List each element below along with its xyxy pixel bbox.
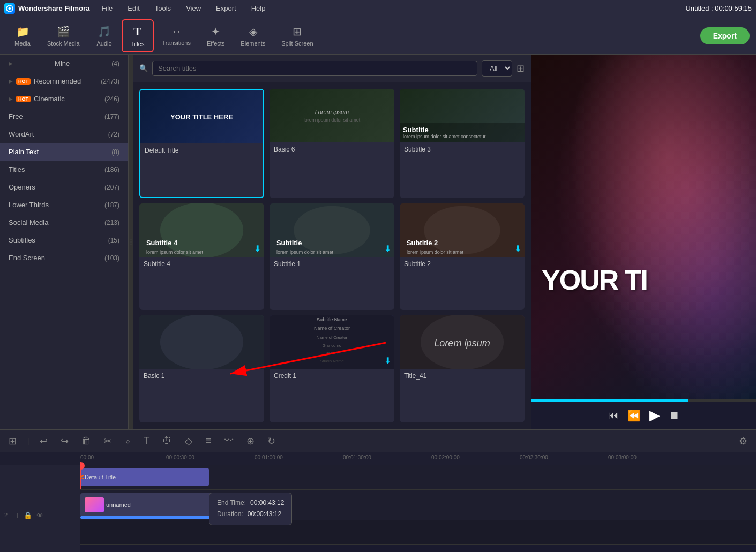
download-icon-s4: ⬇ (254, 244, 261, 254)
title-card-subtitle3[interactable]: Subtitle lorem ipsum dolor sit amet cons… (400, 89, 525, 198)
sidebar-cinematic-count: (246) (104, 95, 119, 103)
search-input[interactable] (152, 61, 477, 76)
ruler-mark-1m30s: 00:01:30:00 (343, 455, 371, 460)
menu-file[interactable]: File (98, 2, 116, 14)
track2-lock[interactable]: 🔒 (24, 511, 32, 519)
tl-rotate-icon[interactable]: ↻ (265, 433, 278, 449)
track1-area[interactable]: unnamed End Time: 00:00:43:12 Duration: … (80, 490, 756, 520)
track2-area[interactable]: ✂ Default Title (80, 465, 756, 489)
svg-text:lorem ipsum dolor sit amet: lorem ipsum dolor sit amet (407, 249, 464, 255)
subtitle2-label: Subtitle 2 (400, 257, 525, 271)
track2-num: 2 (4, 512, 11, 518)
subtitle3-text: Subtitle (403, 126, 521, 134)
audio-track-area[interactable] (80, 520, 756, 544)
menu-tools[interactable]: Tools (152, 2, 174, 14)
svg-text:Subtitle 4: Subtitle 4 (146, 239, 178, 247)
project-title: Untitled : 00:00:59:15 (685, 4, 752, 12)
menu-view[interactable]: View (183, 2, 204, 14)
center-panel: 🔍 All ⊞ YOUR TITLE HERE Default Title Lo… (133, 55, 531, 429)
sidebar-item-titles[interactable]: Titles (186) (0, 161, 128, 178)
tool-elements[interactable]: ◈ Elements (233, 21, 273, 51)
svg-text:Subtitle Name: Subtitle Name (317, 317, 347, 322)
svg-text:Giancomo: Giancomo (323, 343, 341, 348)
tl-wave-icon[interactable]: 〰 (222, 433, 236, 449)
sidebar-wordart-count: (72) (108, 131, 119, 138)
svg-text:Basset: Basset (326, 351, 339, 356)
tool-split-screen[interactable]: ⊞ Split Screen (274, 21, 320, 51)
track2-controls: 2 T 🔒 👁 (0, 465, 80, 552)
sidebar-openers-label: Openers (9, 183, 35, 191)
app-logo: Wondershare Filmora (4, 3, 89, 14)
tool-media[interactable]: 📁 Media (6, 21, 39, 51)
menu-export[interactable]: Export (213, 2, 239, 14)
sidebar-item-recommended[interactable]: ▶ HOT Recommended (2473) (0, 72, 128, 90)
tl-redo-icon[interactable]: ↪ (58, 433, 71, 449)
tl-snap-icon[interactable]: ⊕ (244, 433, 257, 449)
menu-edit[interactable]: Edit (124, 2, 143, 14)
sidebar-item-cinematic[interactable]: ▶ HOT Cinematic (246) (0, 90, 128, 108)
title-clip-label: Default Title (85, 474, 116, 480)
export-button[interactable]: Export (700, 27, 750, 44)
audio-track-row (80, 520, 756, 545)
sidebar-item-mine[interactable]: ▶ Mine (4) (0, 55, 128, 72)
sidebar-subtitles-count: (15) (108, 237, 119, 244)
timeline-tracks: 00:00 00:00:30:00 00:01:00:00 00:01:30:0… (80, 452, 756, 552)
tl-adjust-icon[interactable]: ≡ (203, 433, 213, 449)
sidebar-item-lowerthirds[interactable]: Lower Thirds (187) (0, 196, 128, 214)
title-card-credit1[interactable]: Subtitle Name Name of Creator Name of Cr… (270, 315, 394, 422)
sidebar-item-openers[interactable]: Openers (207) (0, 178, 128, 196)
tl-cut-icon[interactable]: ✂ (102, 433, 114, 449)
menu-bar: Wondershare Filmora File Edit Tools View… (0, 0, 756, 17)
title-card-subtitle4[interactable]: Subtitle 4 lorem ipsum dolor sit amet ⬇ … (139, 203, 264, 311)
sidebar-free-count: (177) (104, 113, 119, 120)
tool-audio[interactable]: 🎵 Audio (88, 21, 121, 51)
title-card-subtitle2[interactable]: Subtitle 2 lorem ipsum dolor sit amet ⬇ … (400, 203, 525, 311)
preview-panel: YOUR TI ⏮ ⏪ ▶ ⏹ (531, 55, 756, 429)
tl-delete-icon[interactable]: 🗑 (79, 433, 93, 449)
sidebar-item-free[interactable]: Free (177) (0, 108, 128, 125)
tool-titles[interactable]: T Titles (122, 19, 154, 52)
title-card-default[interactable]: YOUR TITLE HERE Default Title (139, 89, 264, 198)
tool-elements-label: Elements (241, 40, 265, 47)
play-button[interactable]: ▶ (649, 407, 660, 424)
tl-select-icon[interactable]: ⬦ (123, 433, 133, 449)
title-card-title41[interactable]: Lorem ipsum Title_41 (400, 315, 525, 422)
tool-effects[interactable]: ✦ Effects (199, 21, 232, 51)
sidebar-item-endscreen[interactable]: End Screen (103) (0, 249, 128, 267)
svg-text:Subtitle 2: Subtitle 2 (407, 239, 438, 247)
title-card-subtitle1[interactable]: Subtitle lorem ipsum dolor sit amet ⬇ Su… (270, 203, 394, 311)
tool-effects-label: Effects (207, 40, 224, 47)
sidebar-item-subtitles[interactable]: Subtitles (15) (0, 231, 128, 249)
sidebar-free-label: Free (9, 112, 23, 120)
grid-view-icon[interactable]: ⊞ (517, 63, 525, 74)
title-card-basic6[interactable]: Lorem ipsum lorem ipsum dolor sit amet B… (270, 89, 394, 198)
titles-grid: YOUR TITLE HERE Default Title Lorem ipsu… (133, 82, 531, 429)
basic1-label: Basic 1 (139, 369, 264, 383)
timeline-content: 2 T 🔒 👁 1 ▶ 🔗 🔊 👁 1 ♪ 🔗 🔊 (0, 452, 756, 552)
play-back-button[interactable]: ⏪ (627, 409, 641, 422)
tool-transitions[interactable]: ↔ Transitions (155, 21, 198, 50)
sidebar-item-wordart[interactable]: WordArt (72) (0, 125, 128, 143)
sidebar-item-plaintext[interactable]: Plain Text (8) (0, 143, 128, 161)
track2-eye[interactable]: 👁 (36, 511, 43, 519)
filter-select[interactable]: All (482, 60, 512, 77)
tooltip-duration-row: Duration: 00:00:43:12 (217, 509, 284, 520)
menu-help[interactable]: Help (248, 2, 269, 14)
hot-badge-cinematic: HOT (16, 96, 31, 102)
title-clip[interactable]: Default Title (80, 468, 209, 486)
tl-settings-icon[interactable]: ⚙ (737, 433, 750, 449)
sidebar-divider[interactable]: ⋮ (129, 55, 133, 429)
tl-text-icon[interactable]: T (141, 433, 152, 449)
tl-clock-icon[interactable]: ⏱ (160, 433, 174, 449)
svg-text:Name of Creator: Name of Creator (317, 335, 348, 340)
tool-stock-media[interactable]: 🎬 Stock Media (40, 21, 87, 51)
ruler-mark-2m: 00:02:00:00 (431, 455, 460, 460)
step-back-button[interactable]: ⏮ (608, 409, 619, 421)
stop-button[interactable]: ⏹ (669, 409, 679, 421)
tl-grid-icon[interactable]: ⊞ (6, 433, 19, 449)
title-card-basic1[interactable]: Basic 1 (139, 315, 264, 422)
tl-paint-icon[interactable]: ◇ (183, 433, 194, 449)
sidebar-recommended-count: (2473) (101, 78, 119, 85)
sidebar-item-socialmedia[interactable]: Social Media (213) (0, 214, 128, 231)
tl-undo-icon[interactable]: ↩ (38, 433, 50, 449)
